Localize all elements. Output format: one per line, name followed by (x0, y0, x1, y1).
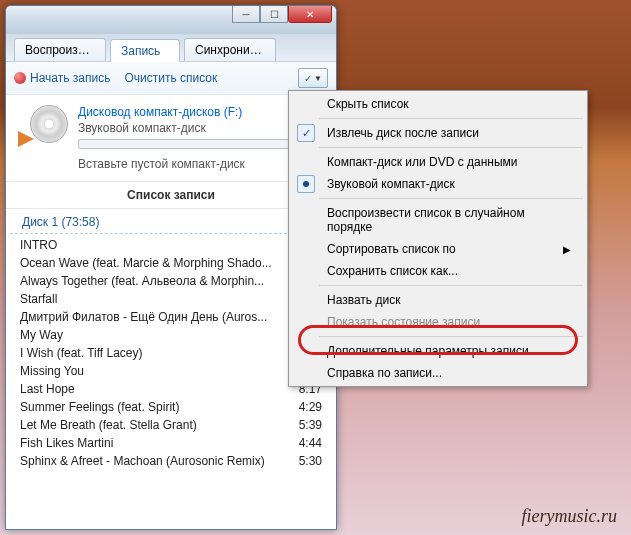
track-title: I Wish (feat. Tiff Lacey) (20, 346, 150, 360)
track-row[interactable]: Last Hope8:17 (6, 380, 336, 398)
track-row[interactable]: Дмитрий Филатов - Ещё Один День (Auros..… (6, 308, 336, 326)
menu-burn-help[interactable]: Справка по записи... (319, 362, 585, 384)
track-row[interactable]: Summer Feelings (feat. Spirit)4:29 (6, 398, 336, 416)
chevron-down-icon: ▼ (314, 74, 322, 83)
tab-sync[interactable]: Синхрониза... (184, 38, 276, 61)
record-icon (14, 72, 26, 84)
menu-separator (319, 336, 583, 337)
titlebar[interactable]: ─ ☐ ✕ (6, 6, 336, 34)
track-title: INTRO (20, 238, 65, 252)
clear-list-button[interactable]: Очистить список (124, 71, 217, 85)
start-burn-label: Начать запись (30, 71, 110, 85)
menu-separator (319, 198, 583, 199)
track-title: Ocean Wave (feat. Marcie & Morphing Shad… (20, 256, 280, 270)
track-title: Дмитрий Филатов - Ещё Один День (Auros..… (20, 310, 275, 324)
menu-audio-disc[interactable]: Звуковой компакт-диск (319, 173, 585, 195)
track-title: My Way (20, 328, 71, 342)
clear-list-label: Очистить список (124, 71, 217, 85)
track-row[interactable]: Let Me Breath (feat. Stella Grant)5:39 (6, 416, 336, 434)
track-title: Fish Likes Martini (20, 436, 121, 450)
track-row[interactable]: I Wish (feat. Tiff Lacey)4:10 (6, 344, 336, 362)
track-row[interactable]: INTRO (6, 236, 336, 254)
chevron-right-icon: ▶ (563, 244, 571, 255)
burn-options-button[interactable]: ✓ ▼ (298, 68, 328, 88)
menu-more-options[interactable]: Дополнительные параметры записи... (319, 340, 585, 362)
menu-hide-list[interactable]: Скрыть список (319, 93, 585, 115)
menu-data-disc[interactable]: Компакт-диск или DVD с данными (319, 151, 585, 173)
track-title: Sphinx & Afreet - Machoan (Aurosonic Rem… (20, 454, 273, 468)
track-list: INTROOcean Wave (feat. Marcie & Morphing… (6, 234, 336, 472)
menu-eject-after[interactable]: ✓ Извлечь диск после записи (319, 122, 585, 144)
tab-play[interactable]: Воспроизве... (14, 38, 106, 61)
radio-icon (297, 175, 315, 193)
menu-show-status: Показать состояние записи (319, 311, 585, 333)
menu-separator (319, 147, 583, 148)
start-burn-button[interactable]: Начать запись (14, 71, 110, 85)
track-duration: 5:30 (299, 454, 322, 468)
track-duration: 4:44 (299, 436, 322, 450)
track-row[interactable]: Starfall (6, 290, 336, 308)
track-title: Let Me Breath (feat. Stella Grant) (20, 418, 205, 432)
track-row[interactable]: Always Together (feat. Альвеола & Morphi… (6, 272, 336, 290)
track-title: Missing You (20, 364, 92, 378)
track-row[interactable]: Fish Likes Martini4:44 (6, 434, 336, 452)
track-title: Starfall (20, 292, 65, 306)
menu-name-disc[interactable]: Назвать диск (319, 289, 585, 311)
options-icon: ✓ (304, 73, 312, 84)
maximize-button[interactable]: ☐ (260, 5, 288, 23)
drive-icon (18, 105, 68, 155)
menu-sort[interactable]: Сортировать список по ▶ (319, 238, 585, 260)
track-title: Summer Feelings (feat. Spirit) (20, 400, 187, 414)
toolbar: Начать запись Очистить список ✓ ▼ (6, 62, 336, 95)
check-icon: ✓ (297, 124, 315, 142)
menu-separator (319, 285, 583, 286)
track-row[interactable]: Ocean Wave (feat. Marcie & Morphing Shad… (6, 254, 336, 272)
track-row[interactable]: Sphinx & Afreet - Machoan (Aurosonic Rem… (6, 452, 336, 470)
close-button[interactable]: ✕ (288, 5, 332, 23)
menu-save-as[interactable]: Сохранить список как... (319, 260, 585, 282)
track-title: Last Hope (20, 382, 83, 396)
track-duration: 4:29 (299, 400, 322, 414)
menu-shuffle[interactable]: Воспроизвести список в случайном порядке (319, 202, 585, 238)
watermark: fierymusic.ru (522, 506, 617, 527)
track-duration: 5:39 (299, 418, 322, 432)
track-title: Always Together (feat. Альвеола & Morphi… (20, 274, 272, 288)
drive-section: Дисковод компакт-дисков (F:) Звуковой ко… (6, 95, 336, 182)
menu-separator (319, 118, 583, 119)
minimize-button[interactable]: ─ (232, 5, 260, 23)
tab-bar: Воспроизве... Запись Синхрониза... (6, 34, 336, 62)
track-row[interactable]: Missing You5:44 (6, 362, 336, 380)
track-row[interactable]: My Way (6, 326, 336, 344)
disc-label[interactable]: Диск 1 (73:58) (10, 209, 332, 234)
tab-burn[interactable]: Запись (110, 39, 180, 62)
burn-options-menu: Скрыть список ✓ Извлечь диск после запис… (288, 90, 588, 387)
burn-list-header: Список записи (6, 182, 336, 209)
